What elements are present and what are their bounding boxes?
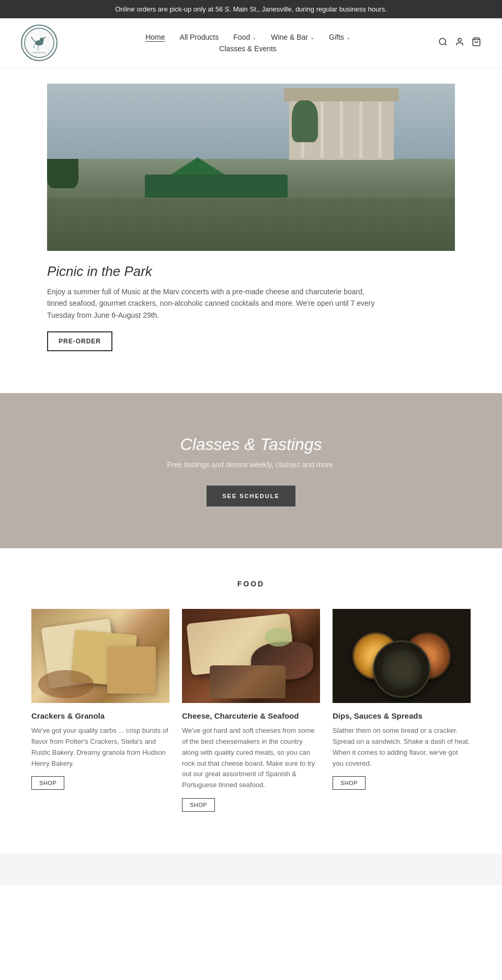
nav-link-food[interactable]: Food ⌄ bbox=[233, 33, 256, 41]
hero-image bbox=[47, 84, 455, 251]
site-header: Lark Market Home All Products Food ⌄ Win… bbox=[0, 18, 502, 68]
cheese-image bbox=[182, 609, 320, 703]
food-section: FOOD Crackers & Granola We've got your q… bbox=[0, 548, 502, 854]
announcement-text: Online orders are pick-up only at 56 S. … bbox=[115, 5, 387, 13]
food-grid: Crackers & Granola We've got your qualit… bbox=[31, 609, 471, 812]
crackers-image bbox=[31, 609, 169, 703]
cheese-description: We've got hard and soft cheeses from som… bbox=[182, 725, 320, 791]
main-nav: Home All Products Food ⌄ Wine & Bar ⌄ Gi… bbox=[58, 33, 438, 53]
svg-text:Lark Market: Lark Market bbox=[32, 51, 46, 54]
header-icons bbox=[438, 37, 481, 49]
announcement-bar: Online orders are pick-up only at 56 S. … bbox=[0, 0, 502, 18]
classes-section: Classes & Tastings Free tastings and dem… bbox=[0, 393, 502, 548]
tree-3 bbox=[292, 100, 318, 142]
classes-subtitle: Free tastings and demos weekly, classes … bbox=[21, 460, 481, 469]
search-button[interactable] bbox=[438, 37, 448, 49]
dips-description: Slather them on some bread or a cracker.… bbox=[333, 725, 471, 769]
svg-point-5 bbox=[458, 38, 461, 41]
pre-order-button[interactable]: PRE-ORDER bbox=[47, 331, 112, 351]
crackers-shop-button[interactable]: SHOP bbox=[31, 776, 64, 790]
nav-row-1: Home All Products Food ⌄ Wine & Bar ⌄ Gi… bbox=[145, 33, 350, 41]
cheese-shop-button[interactable]: SHOP bbox=[182, 798, 215, 812]
cart-icon bbox=[472, 37, 481, 47]
ground bbox=[47, 198, 455, 251]
nav-link-classes-events[interactable]: Classes & Events bbox=[219, 44, 277, 53]
food-section-heading: FOOD bbox=[31, 580, 471, 588]
classes-title: Classes & Tastings bbox=[21, 435, 481, 454]
crackers-description: We've got your quality carbs ... crisp b… bbox=[31, 725, 169, 769]
nav-link-all-products[interactable]: All Products bbox=[180, 33, 219, 41]
nav-link-home[interactable]: Home bbox=[145, 33, 165, 41]
login-button[interactable] bbox=[455, 37, 464, 49]
food-chevron-icon: ⌄ bbox=[253, 34, 256, 40]
cheese-title: Cheese, Charcuterie & Seafood bbox=[182, 711, 320, 720]
hero-description: Enjoy a summer full of Music at the Marv… bbox=[47, 286, 382, 321]
logo-area[interactable]: Lark Market bbox=[21, 25, 58, 61]
food-card-cheese: Cheese, Charcuterie & Seafood We've got … bbox=[182, 609, 320, 812]
search-icon bbox=[438, 37, 448, 47]
hero-section: Picnic in the Park Enjoy a summer full o… bbox=[0, 68, 502, 372]
dips-title: Dips, Sauces & Spreads bbox=[333, 711, 471, 720]
dips-shop-button[interactable]: SHOP bbox=[333, 776, 366, 790]
food-card-dips: Dips, Sauces & Spreads Slather them on s… bbox=[333, 609, 471, 812]
svg-point-4 bbox=[439, 38, 446, 44]
nav-link-gifts[interactable]: Gifts ⌄ bbox=[329, 33, 350, 41]
cart-button[interactable] bbox=[472, 37, 481, 49]
dips-image bbox=[333, 609, 471, 703]
crackers-title: Crackers & Granola bbox=[31, 711, 169, 720]
hero-text-area: Picnic in the Park Enjoy a summer full o… bbox=[47, 263, 455, 362]
person-icon bbox=[455, 37, 464, 47]
hero-scene bbox=[47, 84, 455, 251]
food-card-crackers: Crackers & Granola We've got your qualit… bbox=[31, 609, 169, 812]
wine-chevron-icon: ⌄ bbox=[311, 34, 314, 40]
logo[interactable]: Lark Market bbox=[21, 25, 58, 61]
gifts-chevron-icon: ⌄ bbox=[347, 34, 350, 40]
footer-space bbox=[0, 854, 502, 885]
nav-row-2: Classes & Events bbox=[219, 44, 277, 53]
hero-image-container bbox=[47, 84, 455, 251]
hero-title: Picnic in the Park bbox=[47, 263, 455, 280]
see-schedule-button[interactable]: SEE SCHEDULE bbox=[207, 486, 295, 506]
nav-link-wine-bar[interactable]: Wine & Bar ⌄ bbox=[271, 33, 314, 41]
